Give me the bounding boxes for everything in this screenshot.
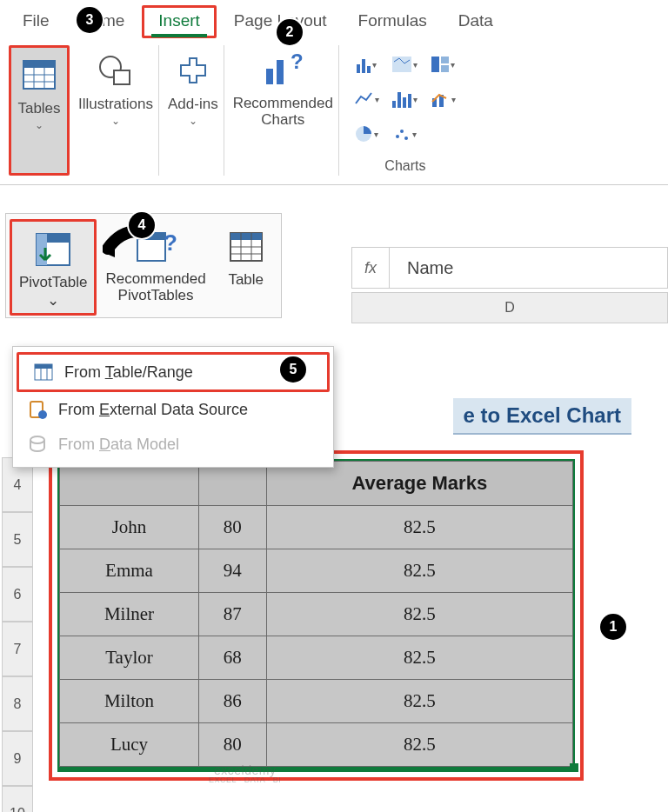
svg-rect-9	[277, 60, 284, 84]
ribbon-addins[interactable]: Add-ins ⌄	[163, 45, 224, 176]
tab-file[interactable]: File	[9, 8, 63, 36]
pivottable-button[interactable]: PivotTable ⌄	[10, 219, 97, 316]
svg-rect-13	[441, 57, 449, 63]
watermark: exceldemy EXCEL · DATA · BI	[209, 764, 281, 784]
menu-from-data-model-label: From Data Model	[58, 436, 179, 454]
row-header[interactable]: 8	[2, 676, 33, 731]
cell[interactable]: 68	[199, 636, 267, 680]
data-model-icon	[27, 434, 48, 455]
cell[interactable]: Milner	[60, 593, 199, 636]
chart-hierarchy-icon[interactable]: ▾	[424, 47, 463, 82]
ribbon-tables[interactable]: Tables ⌄	[9, 45, 70, 176]
cell[interactable]: 80	[199, 506, 267, 549]
chart-pie-icon[interactable]: ▾	[348, 116, 386, 151]
ribbon-recommended-charts-label: RecommendedCharts	[233, 96, 333, 128]
table-row: Taylor 68 82.5	[60, 636, 573, 680]
svg-rect-7	[114, 70, 130, 84]
svg-point-19	[400, 130, 404, 133]
svg-text:?: ?	[291, 51, 304, 73]
table-header[interactable]	[60, 462, 199, 506]
cell[interactable]: Taylor	[60, 636, 199, 680]
table-row: Milton 86 82.5	[60, 680, 573, 723]
cell[interactable]: 82.5	[266, 549, 572, 593]
cell[interactable]: Emma	[60, 549, 199, 593]
page-title: e to Excel Chart	[453, 398, 631, 435]
cell[interactable]: Lucy	[60, 723, 199, 767]
data-table[interactable]: Average Marks John 80 82.5 Emma 94 82.5	[59, 461, 573, 767]
pivottable-label: PivotTable	[19, 274, 87, 291]
row-header[interactable]: 7	[2, 622, 33, 676]
table-icon	[222, 223, 271, 271]
callout-1: 1	[600, 614, 626, 640]
cell[interactable]: 86	[199, 680, 267, 723]
callout-3: 3	[77, 7, 103, 33]
table-row: Emma 94 82.5	[60, 549, 573, 593]
column-headers: D	[351, 292, 668, 323]
row-header[interactable]: 10	[2, 786, 33, 812]
table-button[interactable]: Table	[215, 219, 277, 316]
ribbon-charts: ▾ ▾ ▾ ▾ ▾ ▾ ▾ ▾ Charts	[343, 45, 468, 176]
tab-data[interactable]: Data	[444, 8, 507, 36]
row-header[interactable]: 9	[2, 731, 33, 786]
svg-rect-11	[392, 57, 411, 72]
cell[interactable]: 82.5	[266, 636, 572, 680]
table-header[interactable]: Average Marks	[266, 462, 572, 506]
table-row: Milner 87 82.5	[60, 593, 573, 636]
row-header[interactable]: 6	[2, 567, 33, 622]
cell[interactable]: 87	[199, 593, 267, 636]
cell[interactable]: John	[60, 506, 199, 549]
chart-scatter-icon[interactable]: ▾	[386, 116, 424, 151]
formula-bar-value[interactable]: Name	[390, 258, 453, 278]
marching-ants: Average Marks John 80 82.5 Emma 94 82.5	[57, 459, 575, 772]
cell[interactable]: 82.5	[266, 680, 572, 723]
chevron-down-icon: ⌄	[189, 115, 197, 127]
table-label: Table	[228, 271, 264, 289]
cell[interactable]: 82.5	[266, 593, 572, 636]
svg-rect-12	[431, 57, 439, 72]
table-header-row: Average Marks	[60, 462, 573, 506]
fx-icon[interactable]: fx	[352, 248, 390, 288]
callout-5: 5	[280, 356, 306, 383]
tables-icon	[16, 51, 63, 98]
row-header[interactable]: 5	[2, 512, 33, 567]
row-headers: 4 5 6 7 8 9 10	[2, 457, 33, 812]
chart-combo-icon[interactable]: ▾	[424, 82, 463, 116]
cell[interactable]: Milton	[60, 680, 199, 723]
table-row: John 80 82.5	[60, 506, 573, 549]
tab-formulas[interactable]: Formulas	[344, 8, 441, 36]
table-row: Lucy 80 82.5	[60, 723, 573, 767]
shapes-icon	[92, 47, 139, 94]
svg-rect-14	[441, 65, 449, 72]
callout-4: 4	[129, 212, 155, 238]
ribbon: Tables ⌄ Illustrations ⌄ Add-ins ⌄ ? Rec…	[0, 38, 668, 185]
chart-map-icon[interactable]: ▾	[386, 47, 424, 82]
table-header[interactable]	[199, 462, 267, 506]
svg-point-18	[396, 135, 399, 138]
chart-waterfall-icon[interactable]	[424, 116, 463, 151]
chart-line-icon[interactable]: ▾	[348, 82, 386, 116]
selection-highlight: Average Marks John 80 82.5 Emma 94 82.5	[49, 450, 584, 781]
cell[interactable]: 82.5	[266, 506, 572, 549]
formula-bar: fx Name	[351, 247, 668, 289]
cell[interactable]: 94	[199, 549, 267, 593]
cell[interactable]: 80	[199, 723, 267, 767]
svg-rect-8	[266, 69, 273, 84]
chevron-down-icon: ⌄	[47, 291, 59, 309]
cell[interactable]: 82.5	[266, 723, 572, 767]
ribbon-recommended-charts[interactable]: ? RecommendedCharts	[228, 45, 339, 176]
recommended-charts-icon: ?	[259, 47, 306, 94]
menu-from-external[interactable]: From External Data Source	[13, 392, 333, 427]
column-header-d[interactable]: D	[351, 292, 668, 323]
ribbon-illustrations[interactable]: Illustrations ⌄	[73, 45, 159, 176]
addins-icon	[170, 47, 217, 94]
menu-from-external-label: From External Data Source	[58, 401, 248, 419]
tab-insert[interactable]: Insert	[142, 5, 217, 38]
svg-text:?: ?	[164, 230, 177, 256]
chart-statistic-icon[interactable]: ▾	[386, 82, 424, 116]
external-source-icon	[27, 399, 48, 420]
table-range-icon	[33, 362, 54, 383]
chart-column-icon[interactable]: ▾	[348, 47, 386, 82]
svg-rect-1	[23, 61, 55, 68]
chevron-down-icon: ⌄	[111, 115, 120, 127]
svg-rect-28	[230, 233, 262, 240]
